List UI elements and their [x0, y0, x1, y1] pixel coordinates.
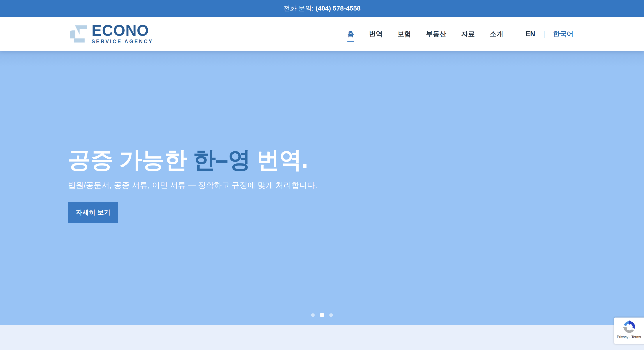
lang-ko-button[interactable]: 한국어 — [553, 29, 574, 39]
logo-tagline: SERVICE AGENCY — [92, 39, 153, 45]
hero-title-part1: 공증 가능한 — [68, 147, 193, 172]
nav-item-translation-label: 번역 — [369, 30, 383, 38]
nav-item-resources[interactable]: 자료 — [461, 29, 475, 39]
nav-item-insurance-label: 보험 — [398, 30, 411, 38]
nav-active-indicator — [348, 41, 354, 42]
nav-item-translation[interactable]: 번역 — [369, 29, 383, 39]
hero-title-accent: 한–영 — [193, 147, 250, 172]
lang-separator: | — [543, 30, 545, 38]
logo-mark-icon — [68, 24, 88, 44]
nav-item-about[interactable]: 소개 — [490, 29, 503, 39]
carousel-dot-2[interactable] — [320, 313, 324, 317]
phone-label: 전화 문의: — [284, 4, 314, 13]
header: ECONO SERVICE AGENCY 홈 번역 보험 부동산 자료 소개 — [0, 17, 644, 51]
hero-title-part2: 번역. — [250, 147, 308, 172]
phone-link[interactable]: (404) 578-4558 — [316, 5, 360, 12]
nav-item-home[interactable]: 홈 — [348, 29, 354, 39]
page: 전화 문의: (404) 578-4558 ECONO SERVICE AGEN… — [0, 0, 644, 350]
carousel-dots — [311, 313, 333, 317]
carousel-dot-1[interactable] — [311, 313, 315, 317]
carousel-dot-3[interactable] — [330, 313, 333, 317]
hero-section: 공증 가능한 한–영 번역. 법원/공문서, 공증 서류, 이민 서류 — 정확… — [0, 51, 644, 325]
nav-item-resources-label: 자료 — [461, 30, 475, 38]
language-switcher: EN | 한국어 — [526, 29, 574, 39]
nav-item-about-label: 소개 — [490, 30, 503, 38]
recaptcha-privacy-terms[interactable]: Privacy - Terms — [617, 335, 641, 339]
nav-item-insurance[interactable]: 보험 — [398, 29, 411, 39]
topbar: 전화 문의: (404) 578-4558 — [0, 0, 644, 17]
nav-item-realestate[interactable]: 부동산 — [426, 29, 446, 39]
nav-item-realestate-label: 부동산 — [426, 30, 446, 38]
hero-title: 공증 가능한 한–영 번역. — [68, 147, 644, 172]
lang-en-button[interactable]: EN — [526, 30, 535, 38]
recaptcha-badge[interactable]: Privacy - Terms — [614, 317, 644, 344]
main-nav: 홈 번역 보험 부동산 자료 소개 — [348, 29, 503, 39]
logo-name: ECONO — [92, 24, 153, 38]
logo-text: ECONO SERVICE AGENCY — [92, 24, 153, 45]
hero-subtitle: 법원/공문서, 공증 서류, 이민 서류 — 정확하고 규정에 맞게 처리합니다… — [68, 180, 644, 191]
learn-more-button[interactable]: 자세히 보기 — [68, 202, 118, 223]
logo[interactable]: ECONO SERVICE AGENCY — [68, 24, 153, 45]
recaptcha-icon — [622, 320, 636, 334]
nav-item-home-label: 홈 — [348, 30, 354, 38]
next-section-strip — [0, 325, 644, 350]
